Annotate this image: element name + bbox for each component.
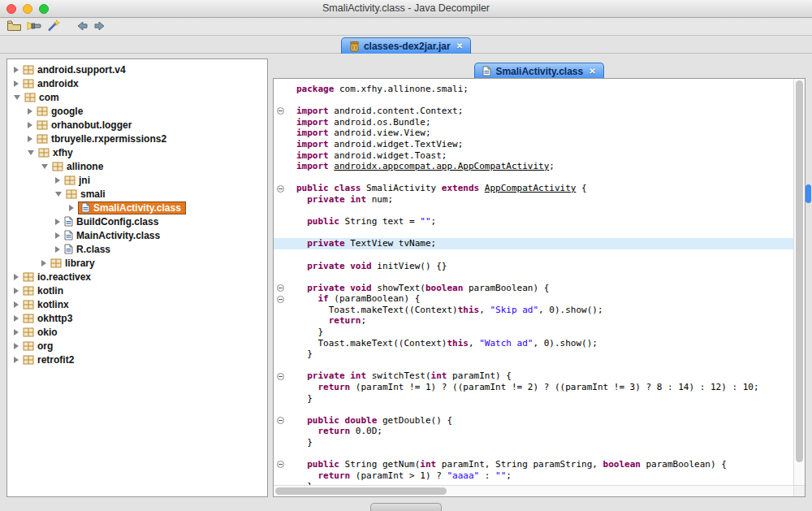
tree-item-com[interactable]: com <box>7 90 267 104</box>
gutter-cell <box>274 139 287 150</box>
open-file-button[interactable] <box>4 19 24 35</box>
tree-item-kotlinx[interactable]: kotlinx <box>7 297 267 311</box>
source-view[interactable]: package com.xfhy.allinone.smali;import a… <box>273 78 806 497</box>
fold-marker-icon[interactable] <box>274 293 287 305</box>
code-line: return (paramInt > 1) ? "aaaa" : ""; <box>274 470 793 482</box>
chevron-down-icon[interactable] <box>55 192 62 197</box>
tree-item-label: org <box>37 340 53 352</box>
tree-item-google[interactable]: google <box>7 104 267 118</box>
horizontal-scrollbar[interactable] <box>274 485 793 496</box>
source-tab-bar: SmaliActivity.class ✕ <box>273 54 806 78</box>
tree-item-io-reactivex[interactable]: io.reactivex <box>7 270 267 284</box>
tree-item-orhanobut-logger[interactable]: orhanobut.logger <box>7 118 267 132</box>
search-button[interactable] <box>44 19 63 36</box>
chevron-right-icon[interactable] <box>28 122 32 128</box>
close-window-button[interactable] <box>6 4 16 14</box>
fold-marker-icon[interactable] <box>274 459 287 470</box>
fold-marker-icon[interactable] <box>274 370 287 382</box>
chevron-right-icon[interactable] <box>55 219 60 225</box>
flashlight-button[interactable] <box>24 19 44 36</box>
tab-classes-dex2jar[interactable]: classes-dex2jar.jar ✕ <box>341 37 471 54</box>
tree-item-android-support-v4[interactable]: android.support.v4 <box>7 63 267 76</box>
code-lines[interactable]: package com.xfhy.allinone.smali;import a… <box>274 79 793 485</box>
gutter-cell <box>274 128 287 139</box>
chevron-right-icon[interactable] <box>14 357 19 363</box>
tree-item-r-class[interactable]: R.class <box>7 242 267 256</box>
package-tree: android.support.v4androidxcomgoogleorhan… <box>7 59 267 366</box>
tree-item-label: tbruyelle.rxpermissions2 <box>51 133 166 145</box>
chevron-right-icon[interactable] <box>28 136 32 142</box>
traffic-lights <box>6 4 49 14</box>
tree-item-library[interactable]: library <box>7 256 267 270</box>
package-tree-panel[interactable]: android.support.v4androidxcomgoogleorhan… <box>6 58 268 497</box>
chevron-right-icon[interactable] <box>28 108 32 115</box>
chevron-right-icon[interactable] <box>14 329 19 336</box>
gutter-cell <box>274 161 287 172</box>
package-icon <box>38 148 50 158</box>
tree-item-kotlin[interactable]: kotlin <box>7 284 267 297</box>
class-file-icon <box>482 66 491 76</box>
gutter-cell <box>274 470 287 482</box>
tree-item-mainactivity-class[interactable]: MainActivity.class <box>7 228 267 242</box>
tree-item-tbruyelle-rxpermissions2[interactable]: tbruyelle.rxpermissions2 <box>7 132 267 145</box>
tree-item-label: MainActivity.class <box>76 230 160 241</box>
tree-item-okhttp3[interactable]: okhttp3 <box>7 311 267 325</box>
selected-tree-item[interactable]: SmaliActivity.class <box>78 201 186 214</box>
tree-item-smaliactivity-class[interactable]: SmaliActivity.class <box>7 201 267 214</box>
chevron-right-icon[interactable] <box>55 246 60 253</box>
tree-item-allinone[interactable]: allinone <box>7 159 267 173</box>
chevron-down-icon[interactable] <box>28 150 34 155</box>
forward-button[interactable] <box>91 19 109 35</box>
chevron-right-icon[interactable] <box>14 274 19 280</box>
code-text: } <box>287 327 323 338</box>
code-line: } <box>274 327 793 338</box>
code-text: } <box>287 393 313 405</box>
close-jar-tab-button[interactable]: ✕ <box>456 41 463 50</box>
code-text: public String text = ""; <box>287 216 436 227</box>
chevron-right-icon[interactable] <box>14 301 19 308</box>
back-button[interactable] <box>73 19 91 35</box>
code-line <box>274 206 793 217</box>
vertical-scrollbar-thumb[interactable] <box>796 80 803 462</box>
chevron-right-icon[interactable] <box>55 232 60 239</box>
tree-item-retrofit2[interactable]: retrofit2 <box>7 353 267 366</box>
tab-smaliactivity-class[interactable]: SmaliActivity.class ✕ <box>474 63 603 79</box>
fold-marker-icon[interactable] <box>274 415 287 427</box>
chevron-right-icon[interactable] <box>55 177 60 184</box>
tree-item-okio[interactable]: okio <box>7 325 267 339</box>
chevron-right-icon[interactable] <box>14 80 19 87</box>
code-text: return (paramInt != 1) ? ((paramInt != 2… <box>287 382 759 393</box>
tree-item-buildconfig-class[interactable]: BuildConfig.class <box>7 214 267 228</box>
titlebar[interactable]: SmaliActivity.class - Java Decompiler <box>0 0 812 18</box>
close-source-tab-button[interactable]: ✕ <box>589 67 595 76</box>
tree-item-xfhy[interactable]: xfhy <box>7 145 267 159</box>
tree-item-androidx[interactable]: androidx <box>7 76 267 90</box>
tree-item-label: SmaliActivity.class <box>93 202 181 214</box>
code-line: private void showText(boolean paramBoole… <box>274 283 793 294</box>
code-text: private TextView tvName; <box>287 238 436 249</box>
chevron-down-icon[interactable] <box>41 164 48 169</box>
chevron-right-icon[interactable] <box>69 205 74 211</box>
code-text: private void showText(boolean paramBoole… <box>287 283 549 294</box>
zoom-window-button[interactable] <box>39 4 49 14</box>
toolbar <box>0 19 812 36</box>
chevron-right-icon[interactable] <box>41 260 46 266</box>
gutter-cell <box>274 382 287 393</box>
tree-item-smali[interactable]: smali <box>7 187 267 201</box>
vertical-scrollbar[interactable] <box>793 79 805 485</box>
fold-marker-icon[interactable] <box>274 106 287 117</box>
chevron-right-icon[interactable] <box>14 315 19 322</box>
tab-label: classes-dex2jar.jar <box>364 41 451 52</box>
chevron-right-icon[interactable] <box>14 288 19 294</box>
horizontal-scrollbar-thumb[interactable] <box>275 487 447 495</box>
tree-item-jni[interactable]: jni <box>7 173 267 187</box>
fold-marker-icon[interactable] <box>274 183 287 194</box>
fold-marker-icon[interactable] <box>274 283 287 294</box>
minimize-window-button[interactable] <box>23 4 32 14</box>
chevron-right-icon[interactable] <box>14 67 19 73</box>
tree-item-org[interactable]: org <box>7 339 267 353</box>
package-icon <box>50 258 62 268</box>
chevron-down-icon[interactable] <box>14 95 20 100</box>
chevron-right-icon[interactable] <box>14 343 19 349</box>
tree-item-label: google <box>51 106 83 117</box>
